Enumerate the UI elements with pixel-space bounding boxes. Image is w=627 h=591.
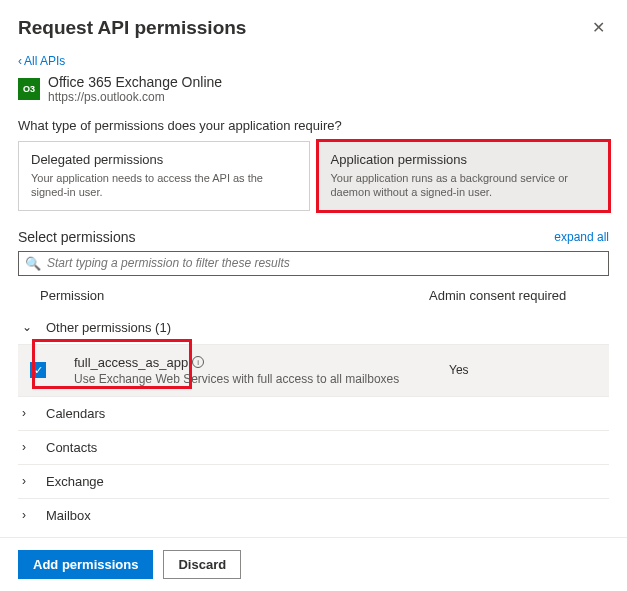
application-title: Application permissions — [331, 152, 597, 167]
delegated-desc: Your application needs to access the API… — [31, 171, 297, 200]
page-title: Request API permissions — [18, 17, 246, 39]
chevron-right-icon: › — [22, 508, 36, 522]
select-permissions-label: Select permissions — [18, 229, 136, 245]
delegated-permissions-card[interactable]: Delegated permissions Your application n… — [18, 141, 310, 211]
permission-name: full_access_as_app — [74, 355, 188, 370]
group-mailbox[interactable]: › Mailbox — [18, 499, 609, 531]
group-label: Mailbox — [46, 508, 91, 523]
info-icon[interactable]: i — [192, 356, 204, 368]
column-headers: Permission Admin consent required — [18, 282, 609, 311]
chevron-down-icon: ⌄ — [22, 320, 36, 334]
group-other-permissions[interactable]: ⌄ Other permissions (1) — [18, 311, 609, 345]
delegated-title: Delegated permissions — [31, 152, 297, 167]
chevron-right-icon: › — [22, 440, 36, 454]
group-label: Calendars — [46, 406, 105, 421]
footer-bar: Add permissions Discard — [0, 537, 627, 591]
close-icon[interactable]: ✕ — [588, 14, 609, 41]
permission-type-prompt: What type of permissions does your appli… — [18, 118, 609, 133]
chevron-left-icon: ‹ — [18, 54, 22, 68]
col-admin-consent: Admin consent required — [429, 288, 609, 303]
application-permissions-card[interactable]: Application permissions Your application… — [318, 141, 610, 211]
api-url: https://ps.outlook.com — [48, 90, 222, 104]
expand-all-link[interactable]: expand all — [554, 230, 609, 244]
group-contacts[interactable]: › Contacts — [18, 431, 609, 465]
group-exchange[interactable]: › Exchange — [18, 465, 609, 499]
discard-button[interactable]: Discard — [163, 550, 241, 579]
permission-checkbox[interactable]: ✓ — [30, 362, 46, 378]
application-desc: Your application runs as a background se… — [331, 171, 597, 200]
group-calendars[interactable]: › Calendars — [18, 397, 609, 431]
search-icon: 🔍 — [25, 256, 41, 271]
api-icon: O3 — [18, 78, 40, 100]
permission-admin-required: Yes — [429, 363, 609, 377]
group-label: Other permissions (1) — [46, 320, 171, 335]
api-name: Office 365 Exchange Online — [48, 74, 222, 90]
chevron-right-icon: › — [22, 406, 36, 420]
group-label: Contacts — [46, 440, 97, 455]
permission-row-full-access[interactable]: ✓ full_access_as_app i Use Exchange Web … — [18, 345, 609, 397]
permission-desc: Use Exchange Web Services with full acce… — [74, 372, 429, 386]
api-header: O3 Office 365 Exchange Online https://ps… — [18, 74, 609, 104]
search-input[interactable] — [47, 256, 602, 270]
back-link-label: All APIs — [24, 54, 65, 68]
col-permission: Permission — [40, 288, 429, 303]
chevron-right-icon: › — [22, 474, 36, 488]
back-all-apis-link[interactable]: ‹ All APIs — [18, 54, 65, 68]
group-label: Exchange — [46, 474, 104, 489]
add-permissions-button[interactable]: Add permissions — [18, 550, 153, 579]
permission-search-box[interactable]: 🔍 — [18, 251, 609, 276]
